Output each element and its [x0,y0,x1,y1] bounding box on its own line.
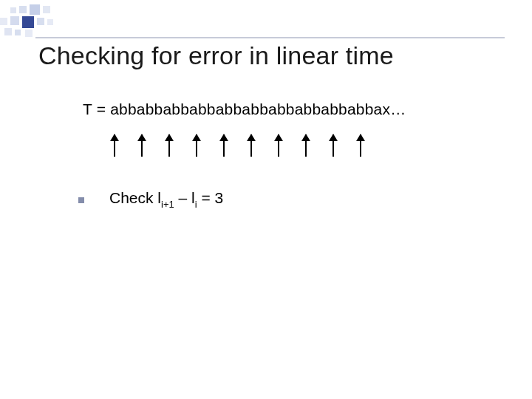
corner-decoration [0,4,118,34]
check-sub1: i+1 [161,199,174,210]
slide-title: Checking for error in linear time [38,41,394,70]
check-lead: Check l [109,189,161,206]
check-mid: – l [174,189,195,206]
title-underline [35,37,505,38]
up-arrow-icon [305,134,307,157]
bullet-icon [78,197,84,203]
up-arrow-icon [332,134,334,157]
up-arrow-icon [141,134,143,157]
up-arrow-icon [223,134,225,157]
slide: Checking for error in linear time T = ab… [0,0,532,399]
up-arrow-icon [196,134,197,157]
arrow-row [114,126,395,163]
up-arrow-icon [278,134,279,157]
up-arrow-icon [168,134,170,157]
up-arrow-icon [360,134,361,157]
check-text: Check li+1 – li = 3 [109,189,223,209]
check-tail: = 3 [197,189,224,206]
t-string-line: T = abbabbabbabbabbabbabbabbabbabbax… [83,100,406,118]
check-sub2: i [195,199,197,210]
up-arrow-icon [250,134,252,157]
bullet-row: Check li+1 – li = 3 [78,189,223,209]
up-arrow-icon [114,134,115,157]
